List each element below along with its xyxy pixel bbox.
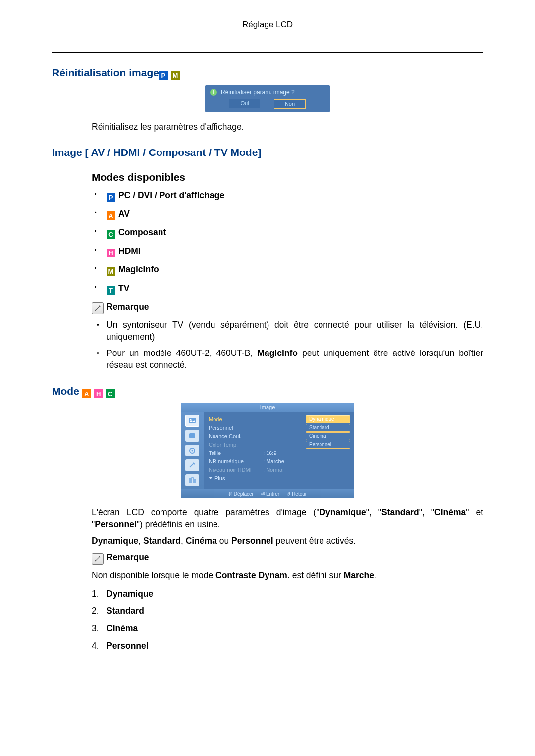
osd-tab-sound-icon <box>185 430 199 442</box>
osd-opt-standard: Standard <box>306 424 350 432</box>
list-item: CComposant <box>92 227 483 239</box>
note-bold: MagicInfo <box>257 348 298 358</box>
page-header: Réglage LCD <box>52 20 483 33</box>
osd-val-nr: Marche <box>263 458 350 464</box>
mode-remarque-text: Non disponible lorsque le mode Contraste… <box>92 570 483 582</box>
list-item: Cinéma <box>92 623 483 634</box>
mode-label: HDMI <box>118 246 141 256</box>
osd-hint-move: Déplacer <box>228 491 254 497</box>
badge-c-icon: C <box>107 230 115 239</box>
mode-label: TV <box>118 283 129 293</box>
osd-item-mode: Mode <box>209 416 263 422</box>
remarque-label: Remarque <box>107 553 149 562</box>
note-pre: Pour un modèle 460UT-2, 460UT-B, <box>107 348 257 358</box>
osd-item-colortemp: Color Temp. <box>209 442 263 448</box>
osd-item-plus: Plus <box>214 475 225 481</box>
list-item: AAV <box>92 209 483 221</box>
dialog-question: Réinitialiser param. image ? <box>221 89 295 96</box>
mode-label: MagicInfo <box>118 264 159 274</box>
chevron-down-icon <box>209 477 213 479</box>
osd-val-taille: 16:9 <box>263 450 350 456</box>
osd-panel: Image ModeDynamique PersonnelStandard Nu… <box>181 403 354 498</box>
badge-h-icon: H <box>107 249 115 257</box>
note-icon <box>92 553 104 565</box>
info-icon: i <box>210 89 217 96</box>
badge-t-icon: T <box>107 286 115 295</box>
list-item: HHDMI <box>92 246 483 258</box>
list-item: Personnel <box>92 641 483 651</box>
heading-modes-disponibles: Modes disponibles <box>92 171 483 183</box>
reset-description: Réinitialisez les paramètres d'affichage… <box>92 121 483 133</box>
footer-rule <box>52 671 483 671</box>
badge-m-icon: M <box>171 71 180 80</box>
remarque-label: Remarque <box>107 302 149 312</box>
osd-item-nr: NR numérique <box>209 458 263 464</box>
osd-hint-return: Retour <box>286 491 307 497</box>
list-item: MMagicInfo <box>92 264 483 276</box>
osd-opt-dynamique: Dynamique <box>306 415 350 423</box>
osd-figure: Image ModeDynamique PersonnelStandard Nu… <box>52 403 483 498</box>
mode-options-list: Dynamique Standard Cinéma Personnel <box>92 589 483 651</box>
osd-item-taille: Taille <box>209 450 263 456</box>
osd-footer: Déplacer Entrer Retour <box>181 489 354 498</box>
osd-menu: ModeDynamique PersonnelStandard Nuance C… <box>204 412 354 489</box>
heading-reinit: Réinitialisation imagePM <box>52 67 483 80</box>
osd-tab-input-icon <box>185 474 199 486</box>
svg-rect-2 <box>189 433 195 438</box>
list-item: TTV <box>92 283 483 295</box>
dialog-no-button: Non <box>274 99 306 109</box>
badge-c-icon: C <box>106 389 115 398</box>
osd-item-niveau: Niveau noir HDMI <box>209 467 263 473</box>
badge-a-icon: A <box>82 389 91 398</box>
osd-item-nuance: Nuance Coul. <box>209 433 263 439</box>
heading-image-modes: Image [ AV / HDMI / Composant / TV Mode] <box>52 147 483 158</box>
heading-mode-text: Mode <box>52 385 82 397</box>
list-item: Pour un modèle 460UT-2, 460UT-B, MagicIn… <box>92 348 483 371</box>
mode-description: L'écran LCD comporte quatre paramètres d… <box>92 507 483 530</box>
remarque-list: Un syntoniseur TV (vendu séparément) doi… <box>92 319 483 371</box>
reset-dialog-figure: i Réinitialiser param. image ? Oui Non <box>52 85 483 112</box>
list-item: PPC / DVI / Port d'affichage <box>92 190 483 202</box>
osd-sidebar <box>181 412 204 489</box>
osd-opt-personnel: Personnel <box>306 441 350 449</box>
header-rule <box>52 52 483 53</box>
badge-m-icon: M <box>107 267 115 276</box>
badge-a-icon: A <box>107 211 115 220</box>
osd-hint-enter: Entrer <box>261 491 279 497</box>
osd-tab-image-icon <box>185 415 199 427</box>
osd-title: Image <box>181 403 354 412</box>
mode-activation-line: Dynamique, Standard, Cinéma ou Personnel… <box>92 535 483 547</box>
heading-mode: Mode AHC <box>52 385 483 399</box>
modes-list: PPC / DVI / Port d'affichage AAV CCompos… <box>92 190 483 295</box>
osd-tab-tools-icon <box>185 459 199 471</box>
list-item: Dynamique <box>92 589 483 599</box>
mode-label: PC / DVI / Port d'affichage <box>118 190 224 200</box>
note-icon <box>92 302 104 314</box>
heading-reinit-text: Réinitialisation image <box>52 67 159 78</box>
badge-h-icon: H <box>94 389 103 398</box>
osd-tab-setup-icon <box>185 445 199 456</box>
list-item: Standard <box>92 606 483 616</box>
list-item: Un syntoniseur TV (vendu séparément) doi… <box>92 319 483 343</box>
badge-p-icon: P <box>107 193 115 202</box>
dialog-yes-button: Oui <box>229 99 260 108</box>
svg-point-4 <box>192 450 193 452</box>
osd-val-niveau: Normal <box>263 467 350 473</box>
osd-item-personnel: Personnel <box>209 425 263 431</box>
reset-dialog: i Réinitialiser param. image ? Oui Non <box>205 85 330 112</box>
osd-opt-cinema: Cinéma <box>306 432 350 440</box>
mode-label: Composant <box>118 227 166 237</box>
mode-label: AV <box>118 209 130 219</box>
badge-p-icon: P <box>159 71 168 80</box>
